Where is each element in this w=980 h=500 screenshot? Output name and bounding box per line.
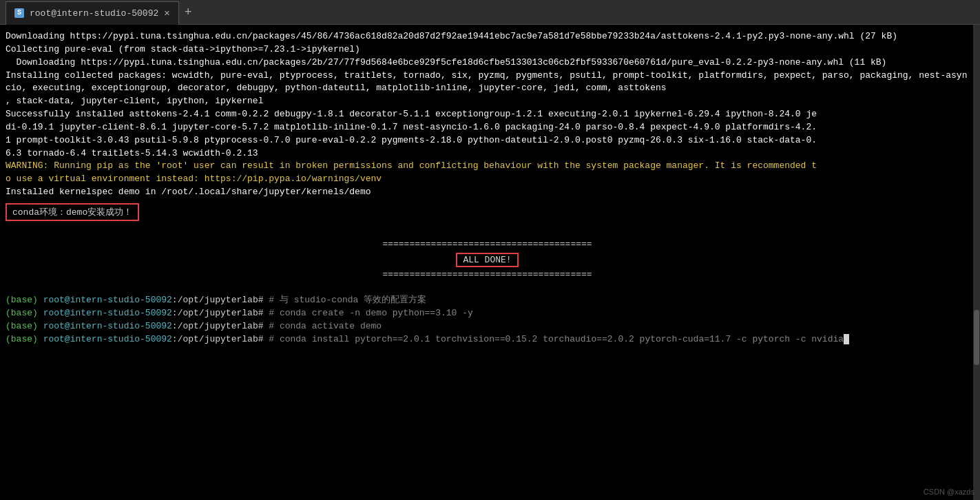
prompt-line-4: (base) root@intern-studio-50092:/opt/jup… — [6, 333, 969, 346]
prompt-hash-2: # — [258, 308, 264, 318]
prompt-host-4: root@intern-studio-50092 — [43, 334, 172, 344]
prompt-host-2: root@intern-studio-50092 — [43, 308, 172, 318]
terminal-line: Downloading https://pypi.tuna.tsinghua.e… — [6, 30, 969, 43]
prompt-base-2: (base) — [6, 308, 38, 318]
prompt-line-1: (base) root@intern-studio-50092:/opt/jup… — [6, 294, 969, 307]
prompt-host-1: root@intern-studio-50092 — [43, 295, 172, 305]
success-box: conda环境：demo安装成功！ — [6, 203, 139, 221]
prompt-base-3: (base) — [6, 321, 38, 331]
scrollbar-thumb[interactable] — [974, 310, 979, 365]
scrollbar-track[interactable] — [973, 25, 980, 500]
prompt-path-4: :/opt/jupyterlab — [172, 334, 258, 344]
tab-close-button[interactable]: ✕ — [164, 8, 169, 18]
prompt-hash-1: # — [258, 295, 264, 305]
cursor: █ — [844, 334, 849, 344]
new-tab-button[interactable]: + — [179, 6, 198, 19]
all-done-box: ALL DONE! — [456, 253, 518, 267]
watermark: CSDN @xazds — [924, 488, 974, 496]
terminal-icon: S — [14, 8, 24, 18]
terminal-line: Successfully installed asttokens-2.4.1 c… — [6, 108, 969, 160]
prompt-base-4: (base) — [6, 334, 38, 344]
prompt-comment-2: # conda create -n demo python==3.10 -y — [269, 308, 472, 318]
prompt-hash-3: # — [258, 321, 264, 331]
title-bar: S root@intern-studio-50092 ✕ + — [0, 0, 980, 25]
all-done-container: ALL DONE! — [6, 253, 969, 267]
separator-top: ======================================= — [6, 238, 969, 251]
terminal-container[interactable]: Downloading https://pypi.tuna.tsinghua.e… — [0, 25, 980, 500]
prompt-line-2: (base) root@intern-studio-50092:/opt/jup… — [6, 307, 969, 320]
prompt-line-3: (base) root@intern-studio-50092:/opt/jup… — [6, 320, 969, 333]
terminal-tab[interactable]: S root@intern-studio-50092 ✕ — [6, 1, 179, 25]
prompt-path-1: :/opt/jupyterlab — [172, 295, 258, 305]
prompt-hash-4: # — [258, 334, 264, 344]
blank-line — [6, 225, 969, 238]
success-message-container: conda环境：demo安装成功！ — [6, 202, 969, 222]
prompt-comment-4: # conda install pytorch==2.0.1 torchvisi… — [269, 334, 844, 344]
prompt-comment-1: # 与 studio-conda 等效的配置方案 — [269, 295, 426, 305]
tab-label: root@intern-studio-50092 — [30, 8, 158, 19]
blank-line — [6, 282, 969, 295]
prompt-host-3: root@intern-studio-50092 — [43, 321, 172, 331]
prompt-base: (base) — [6, 295, 38, 305]
terminal-line: Collecting pure-eval (from stack-data->i… — [6, 43, 969, 56]
terminal-warning-line: WARNING: Running pip as the 'root' user … — [6, 160, 969, 186]
prompt-comment-3: # conda activate demo — [269, 321, 382, 331]
prompt-path-3: :/opt/jupyterlab — [172, 321, 258, 331]
prompt-path-2: :/opt/jupyterlab — [172, 308, 258, 318]
terminal-line: Installing collected packages: wcwidth, … — [6, 70, 969, 109]
terminal-line: Downloading https://pypi.tuna.tsinghua.e… — [6, 56, 969, 70]
separator-bottom: ======================================= — [6, 269, 969, 282]
terminal-line: Installed kernelspec demo in /root/.loca… — [6, 186, 969, 199]
